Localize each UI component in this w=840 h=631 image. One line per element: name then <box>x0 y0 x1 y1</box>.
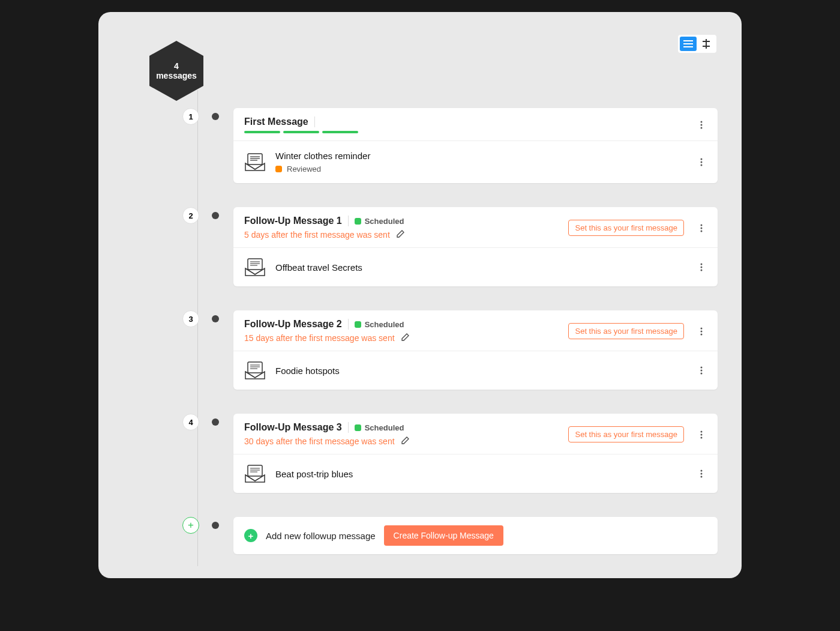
step-dot <box>212 315 219 322</box>
add-text: Add new followup message <box>266 531 376 541</box>
pencil-icon <box>401 435 410 445</box>
svg-rect-41 <box>248 465 262 476</box>
status-label: Scheduled <box>365 217 404 226</box>
card-menu-button[interactable] <box>696 427 707 442</box>
mail-icon <box>244 152 266 172</box>
step-number: 3 <box>182 310 199 327</box>
item-menu-button[interactable] <box>696 155 707 169</box>
list-icon <box>683 40 693 47</box>
step-4: 4 Follow-Up Message 3 Scheduled 30 days … <box>194 414 718 493</box>
svg-point-17 <box>701 165 703 166</box>
message-card: Follow-Up Message 3 Scheduled 30 days af… <box>233 414 718 493</box>
progress-bar <box>244 131 690 133</box>
divider <box>348 422 349 433</box>
svg-point-39 <box>701 433 703 435</box>
plus-icon: + <box>244 529 257 542</box>
edit-schedule-button[interactable] <box>396 229 406 240</box>
svg-point-40 <box>701 436 703 438</box>
status-label: Scheduled <box>365 423 404 432</box>
status-dot <box>355 218 361 225</box>
message-card: Follow-Up Message 2 Scheduled 15 days af… <box>233 310 718 390</box>
mail-icon <box>244 258 266 277</box>
step-3: 3 Follow-Up Message 2 Scheduled 15 days … <box>194 310 718 390</box>
message-title: Winter clothes reminder <box>275 151 686 161</box>
set-first-button[interactable]: Set this as your first message <box>568 426 684 442</box>
add-step-badge[interactable]: + <box>182 517 199 534</box>
timeline: 1 First Message <box>122 108 718 554</box>
svg-rect-21 <box>248 259 262 270</box>
step-2: 2 Follow-Up Message 1 Scheduled 5 days a… <box>194 207 718 286</box>
svg-point-45 <box>701 470 703 472</box>
edit-schedule-button[interactable] <box>401 332 410 343</box>
svg-point-26 <box>701 267 703 268</box>
svg-rect-31 <box>248 362 262 373</box>
pencil-icon <box>401 332 410 342</box>
svg-point-30 <box>701 333 703 335</box>
divider <box>348 216 349 226</box>
svg-point-10 <box>701 127 703 129</box>
item-menu-button[interactable] <box>696 363 707 378</box>
svg-rect-7 <box>707 46 710 47</box>
edit-schedule-button[interactable] <box>401 435 410 447</box>
set-first-button[interactable]: Set this as your first message <box>568 323 684 339</box>
view-list-button[interactable] <box>680 37 697 51</box>
card-menu-button[interactable] <box>696 221 707 235</box>
divider <box>314 116 315 127</box>
add-card: + Add new followup message Create Follow… <box>233 517 718 554</box>
svg-point-16 <box>701 162 703 163</box>
panel: 4 messages 1 First Message <box>98 12 742 578</box>
svg-point-46 <box>701 473 703 475</box>
message-title: Offbeat travel Secrets <box>275 262 686 273</box>
svg-point-29 <box>701 330 703 332</box>
svg-point-19 <box>701 227 703 229</box>
divider <box>348 319 349 330</box>
svg-rect-5 <box>707 41 710 42</box>
set-first-button[interactable]: Set this as your first message <box>568 220 684 236</box>
schedule-text: 30 days after the first message was sent <box>244 436 395 446</box>
card-title: First Message <box>244 116 308 127</box>
step-dot <box>212 113 219 120</box>
message-status: Reviewed <box>287 165 321 174</box>
card-title: Follow-Up Message 3 <box>244 422 342 433</box>
svg-rect-0 <box>683 40 693 41</box>
svg-point-18 <box>701 224 703 226</box>
messages-summary-badge: 4 messages <box>149 41 203 101</box>
create-followup-button[interactable]: Create Follow-up Message <box>384 525 503 546</box>
card-menu-button[interactable] <box>696 118 707 132</box>
pencil-icon <box>396 229 406 238</box>
svg-rect-1 <box>683 43 693 44</box>
step-number: 4 <box>182 414 199 430</box>
mail-icon <box>244 464 266 483</box>
status-dot <box>275 166 282 172</box>
svg-point-37 <box>701 373 703 375</box>
step-number: 1 <box>182 108 199 125</box>
item-menu-button[interactable] <box>696 260 707 274</box>
step-dot <box>212 418 219 426</box>
step-dot <box>212 522 219 529</box>
schedule-text: 5 days after the first message was sent <box>244 230 390 240</box>
svg-point-28 <box>701 327 703 329</box>
svg-point-8 <box>701 121 703 123</box>
svg-point-47 <box>701 476 703 478</box>
card-title: Follow-Up Message 2 <box>244 319 342 330</box>
item-menu-button[interactable] <box>696 466 707 481</box>
svg-point-27 <box>701 270 703 271</box>
messages-label: messages <box>156 71 197 80</box>
status-label: Scheduled <box>365 320 404 329</box>
messages-count: 4 <box>174 61 179 71</box>
svg-rect-3 <box>706 39 707 49</box>
step-number: 2 <box>182 207 199 224</box>
message-card: First Message <box>233 108 718 183</box>
svg-rect-2 <box>683 46 693 47</box>
svg-rect-11 <box>248 154 262 165</box>
status-dot <box>355 424 361 431</box>
svg-point-38 <box>701 430 703 432</box>
svg-rect-6 <box>703 46 706 47</box>
card-menu-button[interactable] <box>696 324 707 339</box>
view-tree-button[interactable] <box>698 37 715 51</box>
svg-point-35 <box>701 367 703 369</box>
mail-icon <box>244 361 266 380</box>
svg-point-15 <box>701 159 703 160</box>
step-1: 1 First Message <box>194 108 718 183</box>
step-dot <box>212 212 219 219</box>
